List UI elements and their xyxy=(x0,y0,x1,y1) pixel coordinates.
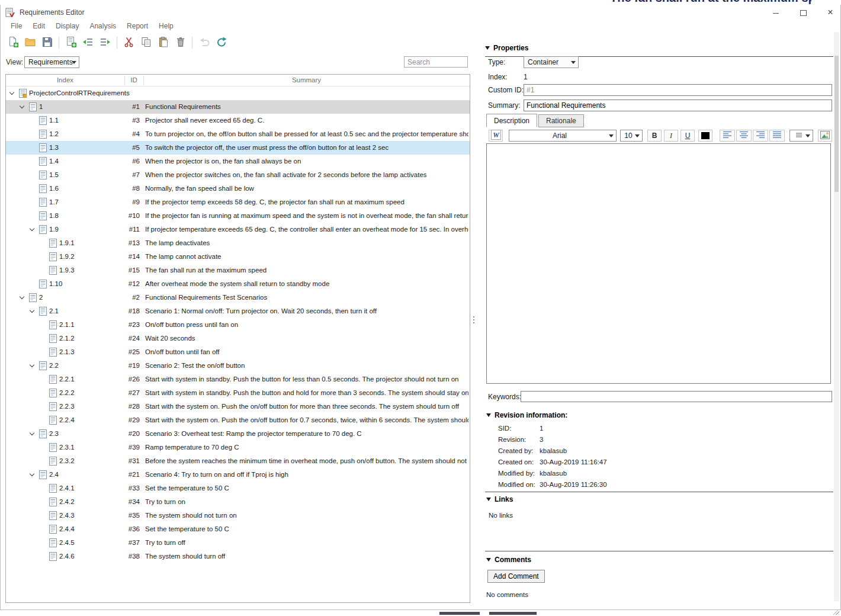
font-family-select[interactable]: Arial xyxy=(509,130,617,142)
tree-row-2.4.4[interactable]: 2.4.4#36Set the temperature to 50 C xyxy=(6,522,470,536)
tree-row-2.4[interactable]: 2.4#21Scenario 4: Try to turn on and off… xyxy=(6,468,470,482)
description-editor[interactable] xyxy=(486,143,831,384)
revision-section-header[interactable]: Revision information: xyxy=(486,411,567,419)
text-color-button[interactable] xyxy=(698,130,712,142)
tree-row-2.4.3[interactable]: 2.4.3#35The system should not turn on xyxy=(6,509,470,522)
redo-button[interactable] xyxy=(213,35,229,50)
search-input[interactable] xyxy=(404,56,468,68)
tree-row-1.7[interactable]: 1.7#9If the projector temp exceeds 58 de… xyxy=(6,195,470,209)
menu-analysis[interactable]: Analysis xyxy=(84,20,121,32)
column-header-summary[interactable]: Summary xyxy=(143,76,470,84)
expand-chevron-icon[interactable] xyxy=(30,472,35,477)
maximize-button[interactable] xyxy=(799,8,807,17)
promote-requirement-button[interactable] xyxy=(80,35,96,50)
tree-row-1.10[interactable]: 1.10#12After overheat mode the system sh… xyxy=(6,277,470,291)
menu-report[interactable]: Report xyxy=(121,20,153,32)
align-right-button[interactable] xyxy=(753,130,768,142)
expand-chevron-icon[interactable] xyxy=(20,295,25,300)
tree-row-1.8[interactable]: 1.8#10If the projector fan is running at… xyxy=(6,209,470,223)
tree-row-2.2[interactable]: 2.2#19Scenario 2: Test the on/off button xyxy=(6,359,470,373)
tree-row-2.3.1[interactable]: 2.3.1#39Ramp temperature to 70 deg C xyxy=(6,441,470,454)
comments-section-header[interactable]: Comments xyxy=(486,556,531,564)
tree-row-1.1[interactable]: 1.1#3Projector shall never exceed 65 deg… xyxy=(6,114,470,127)
add-comment-button[interactable]: Add Comment xyxy=(487,570,545,583)
summary-input[interactable] xyxy=(524,100,832,111)
delete-button[interactable] xyxy=(172,35,188,50)
tree-row-2.2.3[interactable]: 2.2.3#28Start with the system on. Push t… xyxy=(6,400,470,413)
tree-row-1[interactable]: 1#1Functional Requirements xyxy=(6,100,470,114)
tab-rationale[interactable]: Rationale xyxy=(538,114,584,127)
tree-row-2.3[interactable]: 2.3#20Scenario 3: Overheat test: Ramp th… xyxy=(6,427,470,441)
undo-button[interactable] xyxy=(196,35,212,50)
tree-row-2.4.1[interactable]: 2.4.1#33Set the temperature to 50 C xyxy=(6,482,470,495)
tree-row-1.9[interactable]: 1.9#11If projector temperature exceeds 6… xyxy=(6,223,470,236)
tree-row-1.5[interactable]: 1.5#7When the projector switches on, the… xyxy=(6,168,470,182)
tree-row-2[interactable]: 2#2Functional Requirements Test Scenario… xyxy=(6,291,470,304)
scrollbar-thumb[interactable] xyxy=(834,56,839,192)
expand-chevron-icon[interactable] xyxy=(9,91,15,96)
tree-row-2.1.3[interactable]: 2.1.3#25On/off button until fan off xyxy=(6,345,470,359)
align-center-button[interactable] xyxy=(736,130,752,142)
tree-row-1.2[interactable]: 1.2#4To turn projector on, the off/on bu… xyxy=(6,127,470,141)
menu-file[interactable]: File xyxy=(5,20,27,32)
type-select[interactable]: Container xyxy=(524,56,579,68)
column-header-id[interactable]: ID xyxy=(124,76,143,84)
expand-chevron-icon[interactable] xyxy=(30,227,35,232)
panel-splitter[interactable] xyxy=(471,74,477,603)
tree-root-row[interactable]: ProjectorControlRTRequirements xyxy=(6,86,470,100)
cut-button[interactable] xyxy=(121,35,137,50)
tab-description[interactable]: Description xyxy=(486,114,537,127)
column-header-index[interactable]: Index xyxy=(6,76,124,84)
open-button[interactable] xyxy=(22,35,38,50)
tree-row-2.4.2[interactable]: 2.4.2#34Try to turn on xyxy=(6,495,470,509)
tree-row-2.1[interactable]: 2.1#18Scenario 1: Normal on/off: Turn pr… xyxy=(6,304,470,318)
menu-help[interactable]: Help xyxy=(153,20,179,32)
tree-row-2.1.1[interactable]: 2.1.1#23On/off button press until fan on xyxy=(6,318,470,332)
expand-chevron-icon[interactable] xyxy=(30,431,35,437)
tree-row-1.3[interactable]: 1.3#5To switch the projector off, the us… xyxy=(6,141,470,155)
font-size-select[interactable]: 10 xyxy=(620,130,643,142)
tree-row-1.6[interactable]: 1.6#8Normally, the fan speed shall be lo… xyxy=(6,182,470,195)
tree-row-1.9.3[interactable]: 1.9.3#15The fan shall run at the maximum… xyxy=(6,264,470,277)
tree-row-2.4.5[interactable]: 2.4.5#37Try to turn off xyxy=(6,536,470,550)
demote-requirement-button[interactable] xyxy=(97,35,113,50)
save-button[interactable] xyxy=(39,35,55,50)
menu-edit[interactable]: Edit xyxy=(27,20,50,32)
links-section-header[interactable]: Links xyxy=(486,495,513,503)
close-button[interactable]: × xyxy=(826,8,834,17)
align-left-button[interactable] xyxy=(720,130,735,142)
italic-button[interactable]: I xyxy=(664,130,678,142)
tree-row-2.1.2[interactable]: 2.1.2#24Wait 20 seconds xyxy=(6,332,470,345)
keywords-input[interactable] xyxy=(521,391,832,402)
requirement-icon xyxy=(49,525,57,534)
custom-id-input[interactable] xyxy=(524,84,832,96)
add-requirement-button[interactable] xyxy=(63,35,79,50)
minimize-button[interactable] xyxy=(772,8,780,17)
tree-row-1.9.2[interactable]: 1.9.2#14The lamp cannot activate xyxy=(6,250,470,264)
expand-chevron-icon[interactable] xyxy=(30,309,35,314)
bold-button[interactable]: B xyxy=(647,130,662,142)
new-requirement-set-button[interactable] xyxy=(5,35,21,50)
align-justify-button[interactable] xyxy=(769,130,785,142)
line-spacing-select[interactable] xyxy=(789,130,813,142)
tree-row-2.2.1[interactable]: 2.2.1#26Start with system in standby. Pu… xyxy=(6,373,470,386)
tree-row-2.2.2[interactable]: 2.2.2#27Start with system in standby. Pu… xyxy=(6,386,470,400)
tree-row-1.4[interactable]: 1.4#6When the projector is on, the fan s… xyxy=(6,155,470,168)
expand-chevron-icon[interactable] xyxy=(20,104,25,110)
copy-button[interactable] xyxy=(138,35,154,50)
tree-row-1.9.1[interactable]: 1.9.1#13The lamp deactivates xyxy=(6,236,470,250)
scrollbar[interactable] xyxy=(834,32,839,601)
tree-row-2.4.6[interactable]: 2.4.6#38The system should turn off xyxy=(6,550,470,563)
tree-row-2.2.4[interactable]: 2.2.4#29Start with the system on. Push t… xyxy=(6,413,470,427)
view-select[interactable]: Requirements xyxy=(24,56,79,68)
type-label: Type: xyxy=(488,58,505,66)
underline-button[interactable]: U xyxy=(680,130,695,142)
paste-button[interactable] xyxy=(155,35,171,50)
properties-section-header[interactable]: Properties xyxy=(485,44,833,57)
word-export-button[interactable]: W xyxy=(489,130,503,142)
insert-image-button[interactable] xyxy=(818,130,832,142)
expand-chevron-icon[interactable] xyxy=(30,363,35,368)
tree-header: Index ID Summary xyxy=(6,75,470,86)
menu-display[interactable]: Display xyxy=(50,20,84,32)
tree-row-2.3.2[interactable]: 2.3.2#31Before the system reaches the mi… xyxy=(6,454,470,468)
